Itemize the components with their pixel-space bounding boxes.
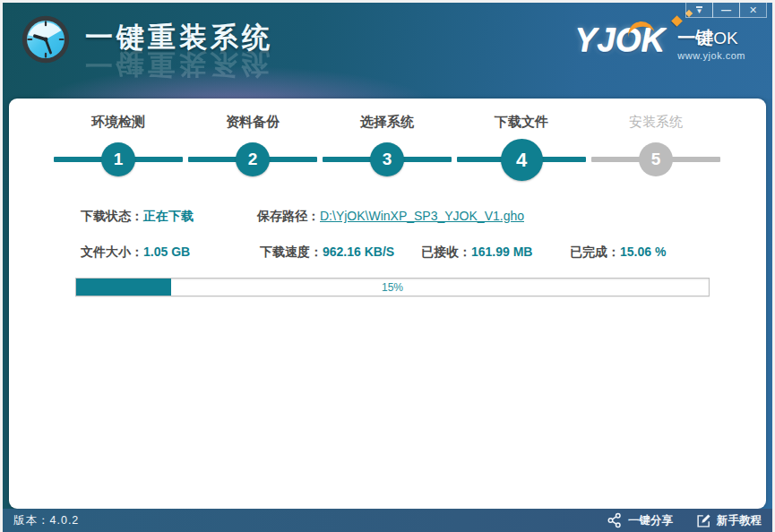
download-speed: 下载速度：962.16 KB/S bbox=[260, 245, 394, 261]
save-path: 保存路径：D:\YjOK\WinXP_SP3_YJOK_V1.gho bbox=[257, 209, 524, 225]
share-button[interactable]: 一键分享 bbox=[607, 512, 673, 528]
title-bar: 一键重装系统 一键重装系统 YJOK 一键OK www.yjok.com ▼ —… bbox=[3, 3, 772, 99]
version-label: 版本：4.0.2 bbox=[13, 513, 79, 528]
completed-percent: 已完成：15.06 % bbox=[570, 245, 666, 261]
logo-url: www.yjok.com bbox=[677, 50, 745, 61]
step-track: 3 bbox=[320, 136, 454, 183]
tutorial-label: 新手教程 bbox=[717, 513, 762, 528]
download-progress-bar: 15% bbox=[75, 278, 710, 296]
step-track: 5 bbox=[589, 136, 723, 183]
progress-label: 15% bbox=[76, 279, 709, 296]
app-window: 一键重装系统 一键重装系统 YJOK 一键OK www.yjok.com ▼ —… bbox=[0, 0, 775, 532]
step-data-backup: 资料备份 2 bbox=[185, 113, 320, 183]
yjok-logo-text: YJOK bbox=[575, 22, 666, 58]
status-bar: 版本：4.0.2 一键分享 新手教程 bbox=[3, 509, 772, 532]
file-size: 文件大小：1.05 GB bbox=[81, 245, 190, 261]
step-label: 下载文件 bbox=[454, 113, 589, 131]
save-path-link[interactable]: D:\YjOK\WinXP_SP3_YJOK_V1.gho bbox=[320, 209, 524, 223]
step-install-system: 安装系统 5 bbox=[589, 113, 723, 183]
step-track: 1 bbox=[51, 136, 185, 183]
logo-side: 一键OK www.yjok.com bbox=[677, 28, 745, 61]
step-select-system: 选择系统 3 bbox=[320, 113, 454, 183]
download-status-label: 下载状态： bbox=[81, 209, 143, 223]
step-label: 选择系统 bbox=[320, 113, 454, 131]
received-amount: 已接收：161.99 MB bbox=[421, 245, 532, 261]
close-button[interactable]: ✕ bbox=[739, 3, 767, 18]
window-controls: ▼ — ✕ bbox=[686, 3, 767, 18]
step-circle: 5 bbox=[639, 142, 673, 176]
step-label: 环境检测 bbox=[51, 113, 185, 131]
logo-tagline: 一键OK bbox=[677, 28, 745, 48]
step-circle: 1 bbox=[101, 142, 135, 176]
app-title-reflection: 一键重装系统 bbox=[85, 47, 273, 80]
title-wrap: 一键重装系统 一键重装系统 bbox=[85, 21, 273, 80]
save-path-label: 保存路径： bbox=[257, 209, 320, 223]
download-info-row-1: 下载状态：正在下载 保存路径：D:\YjOK\WinXP_SP3_YJOK_V1… bbox=[9, 209, 766, 227]
step-env-check: 环境检测 1 bbox=[51, 113, 185, 183]
download-info-row-2: 文件大小：1.05 GB 下载速度：962.16 KB/S 已接收：161.99… bbox=[9, 245, 766, 262]
download-speed-value: 962.16 KB/S bbox=[323, 245, 394, 259]
step-circle: 3 bbox=[370, 142, 404, 176]
download-speed-label: 下载速度： bbox=[260, 245, 323, 259]
chevron-down-icon: ▼ bbox=[696, 6, 703, 14]
share-icon bbox=[607, 512, 623, 528]
step-circle: 4 bbox=[501, 139, 543, 181]
close-icon: ✕ bbox=[749, 4, 757, 16]
received-label: 已接收： bbox=[421, 245, 471, 259]
minimize-icon: — bbox=[721, 5, 731, 14]
completed-value: 15.06 % bbox=[620, 245, 666, 259]
download-status-value: 正在下载 bbox=[143, 209, 194, 223]
tutorial-pencil-icon bbox=[696, 513, 711, 528]
yjok-logo: YJOK 一键OK www.yjok.com bbox=[575, 22, 745, 61]
logo-diamond-icon bbox=[671, 15, 683, 27]
step-track: 2 bbox=[185, 136, 320, 183]
tutorial-button[interactable]: 新手教程 bbox=[696, 513, 762, 528]
step-label: 安装系统 bbox=[589, 113, 723, 131]
step-label: 资料备份 bbox=[185, 113, 320, 131]
footer-actions: 一键分享 新手教程 bbox=[607, 512, 762, 528]
download-status: 下载状态：正在下载 bbox=[81, 209, 194, 225]
step-progress: 环境检测 1 资料备份 2 选择系统 3 下载文件 4 安装系统 5 bbox=[51, 113, 723, 183]
step-track: 4 bbox=[454, 136, 589, 183]
share-label: 一键分享 bbox=[628, 513, 673, 528]
step-download-file: 下载文件 4 bbox=[454, 113, 589, 183]
minimize-button[interactable]: — bbox=[712, 3, 740, 18]
skin-button[interactable]: ▼ bbox=[685, 3, 713, 18]
brand-block: 一键重装系统 一键重装系统 bbox=[21, 14, 273, 80]
main-panel: 环境检测 1 资料备份 2 选择系统 3 下载文件 4 安装系统 5 下载状态：… bbox=[9, 99, 766, 509]
completed-label: 已完成： bbox=[570, 245, 620, 259]
step-circle: 2 bbox=[236, 142, 270, 176]
file-size-label: 文件大小： bbox=[81, 245, 143, 259]
clock-icon bbox=[21, 14, 71, 64]
received-value: 161.99 MB bbox=[471, 245, 532, 259]
file-size-value: 1.05 GB bbox=[143, 245, 190, 259]
